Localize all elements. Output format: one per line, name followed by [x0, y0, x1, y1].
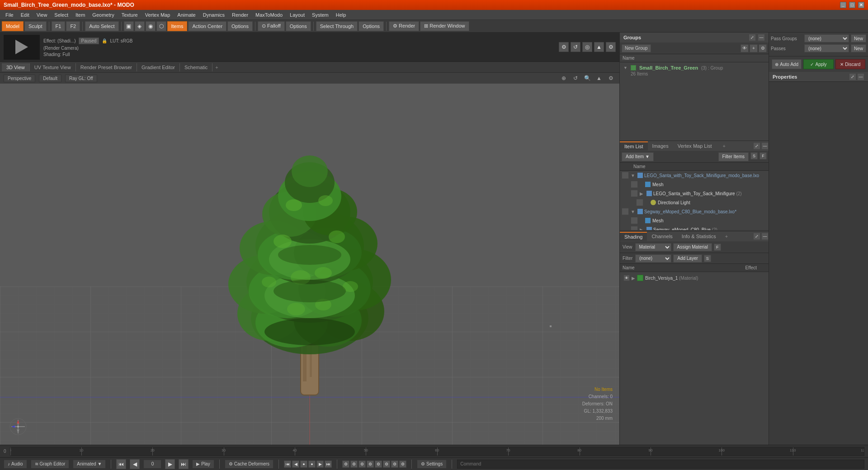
tab-add-shading[interactable]: +: [721, 232, 732, 240]
extra-icon-4[interactable]: ⚙: [367, 461, 374, 468]
item-vis-icon-5[interactable]: [622, 208, 629, 215]
mode-icon-3[interactable]: ◉: [146, 21, 156, 31]
item-vis-icon-6[interactable]: [631, 217, 638, 224]
properties-expand-btn[interactable]: ⤢: [849, 73, 856, 80]
timeline-ruler[interactable]: 0 10 20 30 40 50 60 70 80 90 100 110 120: [10, 447, 864, 456]
menu-geometry[interactable]: Geometry: [89, 11, 118, 19]
menu-maxtomodo[interactable]: MaxToModo: [252, 11, 286, 19]
action-center-button[interactable]: Action Center: [188, 21, 226, 31]
tab-channels[interactable]: Channels: [647, 232, 677, 240]
shading-close-btn[interactable]: —: [761, 233, 769, 240]
frame-input[interactable]: [143, 460, 161, 469]
next-frame-btn[interactable]: ▶: [165, 459, 175, 469]
preview-icon-2[interactable]: ↺: [571, 42, 580, 52]
vp-icon-3[interactable]: 🔍: [582, 73, 592, 83]
render-window-button[interactable]: ⊞ Render Window: [420, 21, 469, 31]
tab-images[interactable]: Images: [648, 142, 673, 150]
item-vis-icon-2[interactable]: [631, 181, 638, 188]
play-button-area[interactable]: [4, 35, 40, 60]
options-button-1[interactable]: Options: [227, 21, 253, 31]
filter-items-button[interactable]: Filter Items: [718, 152, 749, 161]
item-vis-icon-1[interactable]: [622, 172, 629, 179]
options-button-3[interactable]: Options: [359, 21, 384, 31]
settings-button[interactable]: ⚙ Settings: [417, 460, 447, 469]
item-list-expand-btn[interactable]: ⤢: [753, 142, 760, 150]
menu-vertex-map[interactable]: Vertex Map: [142, 11, 174, 19]
item-list-close-btn[interactable]: —: [761, 142, 769, 150]
item-f-btn[interactable]: F: [760, 152, 767, 160]
forward-to-end-btn[interactable]: ⏭: [179, 459, 189, 469]
preview-icon-5[interactable]: ⚙: [606, 42, 616, 52]
passes-select[interactable]: (none): [804, 44, 849, 52]
auto-select-button[interactable]: Auto Select: [85, 21, 118, 31]
add-layer-button[interactable]: Add Layer: [673, 254, 702, 263]
mode-icon-4[interactable]: ⬡: [156, 21, 166, 31]
tab-uv-texture[interactable]: UV Texture View: [30, 63, 76, 71]
preview-icon-1[interactable]: ⚙: [559, 42, 569, 52]
menu-edit[interactable]: Edit: [17, 11, 33, 19]
pb-icon-4[interactable]: ●: [308, 461, 316, 468]
menu-dynamics[interactable]: Dynamics: [199, 11, 228, 19]
tab-schematic[interactable]: Schematic: [180, 63, 212, 71]
menu-system[interactable]: System: [308, 11, 332, 19]
model-button[interactable]: Model: [2, 21, 24, 31]
tab-vertex-map-list[interactable]: Vertex Map List: [673, 142, 717, 150]
pass-groups-select[interactable]: (none): [804, 34, 849, 42]
shading-s-btn[interactable]: S: [704, 255, 711, 262]
menu-animate[interactable]: Animate: [174, 11, 199, 19]
vp-icon-4[interactable]: ▲: [594, 73, 604, 83]
item-s-btn[interactable]: S: [750, 152, 758, 160]
preview-icon-3[interactable]: ◎: [582, 42, 592, 52]
assign-material-button[interactable]: Assign Material: [673, 243, 712, 251]
menu-help[interactable]: Help: [332, 11, 350, 19]
groups-icon-1[interactable]: 👁: [741, 44, 749, 52]
command-input[interactable]: [457, 460, 864, 469]
options-button-2[interactable]: Options: [286, 21, 311, 31]
close-button[interactable]: ✕: [858, 2, 864, 8]
shading-f-btn[interactable]: F: [714, 244, 721, 251]
menu-view[interactable]: View: [33, 11, 51, 19]
add-tab-button[interactable]: +: [212, 63, 221, 71]
maximize-button[interactable]: □: [849, 2, 855, 8]
cache-deformers-button[interactable]: ⚙ Cache Deformers: [225, 460, 274, 469]
filter-select[interactable]: (none): [635, 254, 671, 263]
tab-render-preset[interactable]: Render Preset Browser: [76, 63, 137, 71]
pb-icon-5[interactable]: ▶: [316, 461, 324, 468]
groups-icon-3[interactable]: ⚙: [759, 44, 767, 52]
extra-icon-5[interactable]: ⚙: [375, 461, 382, 468]
menu-item[interactable]: Item: [72, 11, 89, 19]
animated-button[interactable]: Animated ▼: [73, 460, 106, 469]
tab-add-item-list[interactable]: +: [718, 142, 730, 150]
menu-layout[interactable]: Layout: [286, 11, 308, 19]
extra-icon-3[interactable]: ⚙: [359, 461, 366, 468]
extra-icon-7[interactable]: ⚙: [391, 461, 398, 468]
view-select[interactable]: Material: [635, 243, 671, 251]
add-item-button[interactable]: Add Item ▼: [622, 152, 654, 161]
shading-vis-btn[interactable]: 👁: [623, 275, 630, 281]
extra-icon-6[interactable]: ⚙: [383, 461, 390, 468]
pb-icon-3[interactable]: ●: [300, 461, 307, 468]
f1-button[interactable]: F1: [52, 21, 66, 31]
item-vis-icon-4[interactable]: [636, 199, 643, 206]
vp-icon-2[interactable]: ↺: [571, 73, 580, 83]
default-button[interactable]: Default: [39, 75, 61, 82]
render-button[interactable]: ⚙ Render: [389, 21, 419, 31]
ray-gl-button[interactable]: Ray GL: Off: [65, 75, 97, 82]
extra-icon-2[interactable]: ⚙: [350, 461, 358, 468]
minimize-button[interactable]: _: [840, 2, 846, 8]
mode-icon-1[interactable]: ▣: [124, 21, 134, 31]
groups-icon-2[interactable]: +: [750, 44, 758, 52]
menu-render[interactable]: Render: [228, 11, 252, 19]
vp-icon-1[interactable]: ⊕: [559, 73, 569, 83]
falloff-button[interactable]: ⊙ Falloff: [258, 21, 285, 31]
pass-groups-new-btn[interactable]: New: [851, 34, 866, 42]
extra-icon-1[interactable]: ⚙: [342, 461, 349, 468]
extra-icon-8[interactable]: ⚙: [399, 461, 406, 468]
tab-info-statistics[interactable]: Info & Statistics: [677, 232, 721, 240]
item-vis-icon-3[interactable]: [631, 190, 638, 197]
menu-file[interactable]: File: [2, 11, 17, 19]
properties-close-btn[interactable]: —: [857, 73, 864, 80]
discard-button[interactable]: ✕ Discard: [835, 59, 865, 69]
select-through-button[interactable]: Select Through: [316, 21, 358, 31]
groups-expand-btn[interactable]: ⤢: [749, 34, 756, 41]
